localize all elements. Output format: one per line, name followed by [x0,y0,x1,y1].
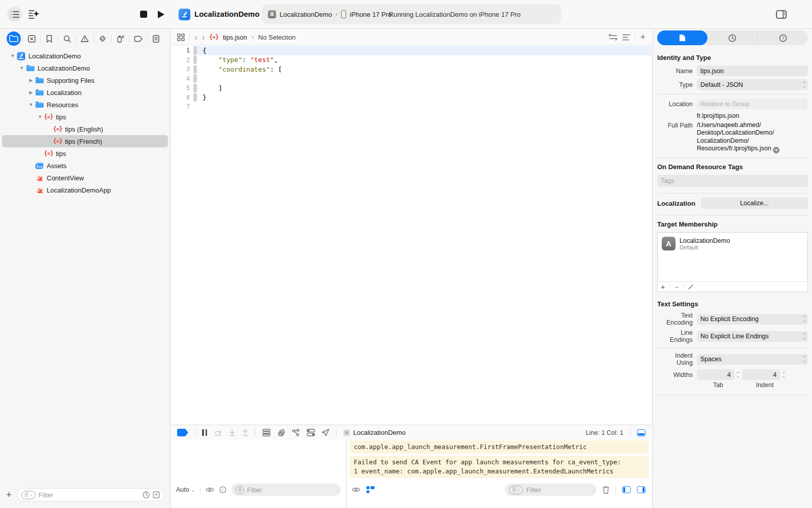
line-number[interactable]: 7 [171,103,193,110]
console-filter-input[interactable]: ☰⌄ Filter [505,484,596,496]
target-membership-list[interactable]: A LocalizationDemo Default + − [657,232,808,292]
left-panel-toggle-icon[interactable] [622,486,631,493]
indent-using-dropdown[interactable]: Spaces⌃⌄ [697,354,808,365]
line-number[interactable]: 4 [171,75,193,82]
code-line-6[interactable]: 6} [171,93,652,103]
breadcrumb-file[interactable]: tips.json [223,34,247,41]
related-items-icon[interactable] [177,34,185,41]
eye-icon[interactable] [206,487,214,493]
project-navigator-tab[interactable] [5,31,22,46]
code-line-2[interactable]: 2 "type": "test", [171,55,652,65]
bookmarks-tab[interactable] [41,31,58,46]
trash-icon[interactable] [602,486,610,494]
debug-tab[interactable] [112,31,129,46]
line-number[interactable]: 1 [171,47,193,54]
disclosure-open-icon[interactable]: ▼ [37,114,44,119]
code-line-1[interactable]: 1{ [171,46,652,55]
indent-width-field[interactable]: 4 [742,369,780,380]
memory-graph-icon[interactable] [277,429,285,436]
history-inspector-tab[interactable] [707,30,758,45]
breadcrumb-selection[interactable]: No Selection [258,34,296,41]
name-field[interactable]: tips.json [697,66,808,76]
code-line-3[interactable]: 3 "coordinates": [ [171,65,652,74]
disclosure-closed-icon[interactable]: ▶ [27,90,35,95]
tests-tab[interactable] [94,31,111,46]
breakpoints-enabled-icon[interactable] [177,429,188,436]
source-control-filter-icon[interactable] [153,491,160,498]
environment-overrides-icon[interactable] [307,429,315,436]
ai-compose-icon[interactable] [26,7,42,22]
source-control-tab[interactable] [23,31,40,46]
simulate-location-icon[interactable] [322,429,329,436]
pause-icon[interactable] [202,429,207,436]
network-graph-icon[interactable] [292,429,300,436]
info-icon[interactable]: i [219,486,226,493]
disclosure-open-icon[interactable]: ▼ [9,53,16,58]
step-into-icon[interactable] [229,429,235,436]
step-out-icon[interactable] [242,429,249,436]
forward-icon[interactable]: › [202,33,205,42]
tree-item-tips[interactable]: {«}tips [2,147,168,160]
line-number[interactable]: 6 [171,94,193,101]
run-icon[interactable] [153,7,168,22]
sidebar-toggle-icon[interactable] [7,7,22,22]
tree-item-tips[interactable]: ▼{«}tips [2,111,168,123]
tree-item-tips-english-[interactable]: {«}tips (English) [2,123,168,135]
variables-filter-input[interactable]: ☰ Filter [231,484,341,496]
issues-tab[interactable] [76,31,93,46]
add-editor-icon[interactable]: + [640,32,646,43]
tags-field[interactable]: Tags [657,175,808,187]
code-line-7[interactable]: 7 [171,102,652,112]
tree-item-localizationdemoapp[interactable]: LocalizationDemoApp [2,184,168,196]
line-number[interactable]: 2 [171,56,193,64]
scope-selector[interactable]: Auto ⌄ [176,486,195,493]
tree-item-tips-french-[interactable]: {«}tips (French) [2,135,168,147]
code-line-4[interactable]: 4 [171,74,652,84]
inspector-toggle-icon[interactable] [773,7,789,22]
code-line-5[interactable]: 5 ] [171,83,652,93]
add-target-button[interactable]: + [661,283,665,291]
breakpoints-tab[interactable] [129,31,147,46]
code-review-icon[interactable] [608,34,618,41]
step-over-icon[interactable] [214,429,222,436]
minimap-icon[interactable] [622,34,630,41]
tree-item-assets[interactable]: Assets [2,160,168,172]
console-mode-icon[interactable] [366,486,375,493]
tree-item-resources[interactable]: ▼Resources [2,99,168,111]
type-dropdown[interactable]: Default - JSON⌃⌄ [697,79,808,90]
back-icon[interactable]: ‹ [194,33,197,42]
quick-help-inspector-tab[interactable]: ? [758,30,808,45]
file-inspector-tab[interactable] [657,30,707,45]
disclosure-open-icon[interactable]: ▼ [18,66,25,71]
localize-button[interactable]: Localize... [701,198,808,209]
line-number[interactable]: 3 [171,66,193,73]
line-number[interactable]: 5 [171,84,193,91]
find-tab[interactable] [58,31,76,46]
view-hierarchy-icon[interactable] [262,429,270,436]
console-pane[interactable]: com.apple.app_launch_measurement.FirstFr… [346,440,652,508]
tree-item-localizationdemo[interactable]: ▼LocalizationDemo [2,50,168,62]
target-row[interactable]: A LocalizationDemo Default [658,233,807,255]
add-file-button[interactable]: + [6,489,12,500]
reports-tab[interactable] [147,31,164,46]
bottom-panel-icon[interactable] [637,429,646,436]
open-path-arrow-icon[interactable]: ➜ [773,147,780,153]
tree-item-localizationdemo[interactable]: ▼LocalizationDemo [2,62,168,74]
tree-item-contentview[interactable]: ContentView [2,172,168,184]
tab-width-stepper[interactable]: ⌃⌄ [736,372,739,377]
line-endings-dropdown[interactable]: No Explicit Line Endings⌃⌄ [697,331,808,342]
recent-files-icon[interactable] [143,491,150,498]
indent-width-stepper[interactable]: ⌃⌄ [782,372,785,377]
text-encoding-dropdown[interactable]: No Explicit Encoding⌃⌄ [697,314,808,325]
right-panel-toggle-icon[interactable] [637,486,646,493]
tree-item-supporting-files[interactable]: ▶Supporting Files [2,74,168,86]
location-dropdown[interactable]: Relative to Group⌃⌄ [697,99,808,109]
process-selector[interactable]: LocalizationDemo [343,429,405,436]
stop-icon[interactable] [136,7,151,22]
edit-target-icon[interactable] [688,284,694,290]
navigator-filter-input[interactable]: ☰⌄ Filter [17,488,164,501]
code-editor[interactable]: 1{2 "type": "test",3 "coordinates": [45 … [171,46,652,425]
disclosure-closed-icon[interactable]: ▶ [27,78,35,83]
remove-target-button[interactable]: − [674,283,679,291]
eye-icon[interactable] [352,487,360,493]
